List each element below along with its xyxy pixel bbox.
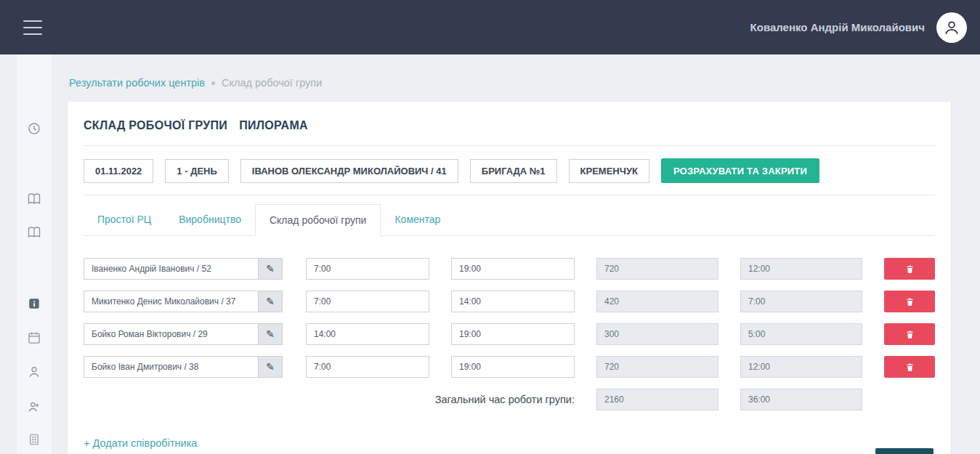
table-row: ✎ [84, 356, 935, 378]
tab-work-group[interactable]: Склад робочої групи [255, 204, 381, 236]
total-minutes-readonly [596, 389, 718, 410]
pen-icon: ✎ [266, 296, 275, 307]
trash-icon [905, 297, 915, 307]
user-icon [27, 365, 41, 379]
sidebar-item-shifts[interactable] [17, 120, 52, 137]
tab-comment[interactable]: Коментар [381, 204, 454, 235]
sidebar-item-user[interactable] [17, 363, 52, 381]
minutes-readonly [596, 291, 718, 312]
pen-icon: ✎ [266, 361, 275, 373]
pen-icon: ✎ [266, 263, 275, 275]
table-row: ✎ [84, 323, 935, 345]
start-time-input[interactable] [306, 356, 429, 378]
building-icon [28, 433, 41, 446]
employee-name-input[interactable] [84, 258, 258, 280]
clock-icon [27, 121, 41, 136]
avatar[interactable] [936, 12, 967, 43]
filters-row: 01.11.2022 1 - ДЕНЬ ІВАНОВ ОЛЕКСАНДР МИК… [84, 146, 935, 195]
total-row: Загальний час роботи групи: [84, 389, 935, 410]
work-center-name: ПИЛОРАМА [239, 119, 308, 132]
topbar-user-area: Коваленко Андрій Миколайович [750, 12, 967, 43]
sidebar-item-building[interactable] [17, 431, 52, 448]
minutes-readonly [596, 258, 718, 280]
topbar: Коваленко Андрій Миколайович [0, 0, 980, 54]
edit-employee-button[interactable]: ✎ [258, 258, 283, 280]
hours-readonly [740, 356, 862, 378]
book-icon [27, 225, 41, 240]
breadcrumb-current: Склад робочої групи [222, 77, 322, 89]
sidebar-item-journal-1[interactable] [17, 190, 52, 208]
brigade-filter[interactable]: БРИГАДА №1 [470, 159, 557, 183]
employee-name-input[interactable] [84, 291, 258, 312]
start-time-input[interactable] [306, 291, 429, 312]
page-title: СКЛАД РОБОЧОЇ ГРУПИ [84, 119, 227, 132]
shift-filter[interactable]: 1 - ДЕНЬ [165, 159, 228, 183]
user-group-icon [27, 400, 41, 414]
start-time-input[interactable] [306, 323, 429, 345]
card-title-row: СКЛАД РОБОЧОЇ ГРУПИ ПИЛОРАМА [84, 102, 935, 146]
date-filter[interactable]: 01.11.2022 [84, 159, 153, 183]
menu-toggle-icon[interactable] [23, 20, 42, 35]
calculate-close-button[interactable]: РОЗРАХУВАТИ ТА ЗАКРИТИ [661, 158, 819, 183]
trash-icon [905, 330, 915, 339]
bottom-action-button[interactable] [875, 448, 934, 454]
breadcrumb-separator-icon [211, 81, 215, 85]
breadcrumb-link-work-centers[interactable]: Результати робочих центрів [69, 77, 205, 89]
total-label: Загальний час роботи групи: [84, 394, 575, 405]
minutes-readonly [596, 323, 718, 345]
delete-row-button[interactable] [884, 323, 935, 345]
employee-name-input[interactable] [84, 356, 258, 378]
hours-readonly [740, 258, 862, 280]
end-time-input[interactable] [451, 323, 575, 345]
edit-employee-button[interactable]: ✎ [258, 356, 283, 378]
end-time-input[interactable] [451, 356, 575, 378]
sidebar-item-journal-2[interactable] [17, 224, 52, 241]
start-time-input[interactable] [306, 258, 429, 280]
tabs: Простої РЦ Виробництво Склад робочої гру… [84, 204, 935, 236]
sidebar-item-calendar[interactable] [17, 329, 52, 346]
foreman-filter[interactable]: ІВАНОВ ОЛЕКСАНДР МИКОЛАЙОВИЧ / 41 [240, 159, 458, 183]
location-filter[interactable]: КРЕМЕНЧУК [569, 159, 649, 183]
members-table: ✎ ✎ ✎ [84, 258, 935, 410]
trash-icon [905, 362, 915, 372]
tab-downtime[interactable]: Простої РЦ [84, 204, 165, 235]
edit-employee-button[interactable]: ✎ [258, 323, 283, 345]
work-group-card: СКЛАД РОБОЧОЇ ГРУПИ ПИЛОРАМА 01.11.2022 … [68, 102, 951, 454]
sidebar [17, 54, 52, 454]
sidebar-item-users[interactable] [17, 398, 52, 416]
table-row: ✎ [84, 291, 935, 312]
table-row: ✎ [84, 258, 935, 280]
hours-readonly [740, 291, 862, 312]
pen-icon: ✎ [266, 328, 275, 340]
breadcrumb: Результати робочих центрів Склад робочої… [69, 77, 322, 89]
hours-readonly [740, 323, 862, 345]
end-time-input[interactable] [451, 258, 575, 280]
total-hours-readonly [740, 389, 862, 410]
user-name: Коваленко Андрій Миколайович [750, 21, 925, 33]
tab-production[interactable]: Виробництво [165, 204, 255, 235]
book-icon [27, 192, 41, 206]
end-time-input[interactable] [451, 291, 575, 312]
info-icon [28, 297, 41, 310]
trash-icon [905, 264, 915, 274]
add-employee-link[interactable]: + Додати співробітника [84, 437, 197, 449]
delete-row-button[interactable] [884, 258, 935, 280]
calendar-icon [27, 331, 41, 345]
minutes-readonly [596, 356, 718, 378]
delete-row-button[interactable] [884, 291, 935, 312]
user-avatar-icon [942, 18, 961, 37]
edit-employee-button[interactable]: ✎ [258, 291, 283, 312]
delete-row-button[interactable] [884, 356, 935, 378]
employee-name-input[interactable] [84, 323, 258, 345]
sidebar-item-info[interactable] [17, 295, 52, 312]
